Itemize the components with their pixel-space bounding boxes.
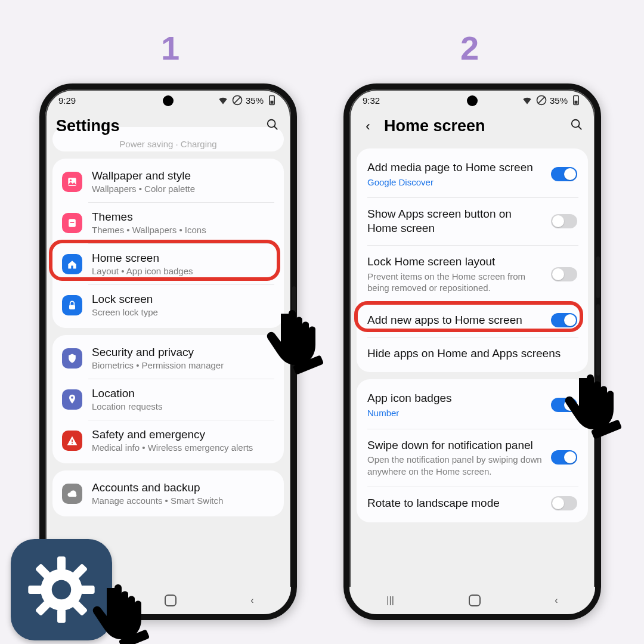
search-button[interactable] [569,118,584,135]
nav-home[interactable] [165,595,177,606]
row-subtitle: Themes • Wallpapers • Icons [92,225,206,235]
settings-row-wallpaper[interactable]: Wallpaper and styleWallpapers • Color pa… [52,161,284,202]
nav-back[interactable]: ‹ [250,595,253,606]
row-icon [62,389,82,410]
settings-row-pin[interactable]: LocationLocation requests [52,379,284,420]
settings-row-cloud[interactable]: Accounts and backupManage accounts • Sma… [52,473,284,514]
settings-row-themes[interactable]: ThemesThemes • Wallpapers • Icons [52,202,284,243]
step-number-2: 2 [460,29,479,67]
toggle[interactable] [551,214,577,228]
svg-line-5 [274,126,278,129]
row-title: Rotate to landscape mode [367,496,543,510]
svg-rect-9 [70,222,75,223]
row-icon [62,254,82,274]
search-icon [266,118,279,131]
no-data-icon [535,94,547,106]
settings-app-icon[interactable] [11,539,112,640]
nav-recents[interactable]: ||| [386,595,394,606]
row-title: Swipe down for notification panel [367,438,543,453]
toggle[interactable] [551,398,577,412]
toggle[interactable] [551,450,577,465]
home-screen-header: ‹ Home screen [349,109,595,141]
home-row[interactable]: Rotate to landscape mode [357,487,588,520]
settings-row-lock[interactable]: Lock screenScreen lock type [52,284,284,326]
row-subtitle: Number [367,407,543,419]
svg-rect-23 [28,586,42,594]
status-time: 9:32 [363,95,380,106]
nav-bar: ||| ‹ [349,587,595,614]
toggle[interactable] [551,496,577,510]
row-title: Lock Home screen layout [367,255,543,269]
row-text: ThemesThemes • Wallpapers • Icons [92,210,206,235]
home-card: Add media page to Home screenGoogle Disc… [357,148,588,372]
nav-back[interactable]: ‹ [555,595,558,606]
svg-line-1 [234,97,241,104]
nav-home[interactable] [469,595,481,606]
svg-point-7 [70,179,72,181]
row-title: Hide apps on Home and Apps screens [367,346,577,361]
row-title: Add new apps to Home screen [367,313,543,327]
battery-text: 35% [246,95,264,106]
home-row[interactable]: Add new apps to Home screen [357,304,588,337]
side-button [596,256,600,298]
pin-icon [66,394,78,405]
back-button[interactable]: ‹ [360,119,376,134]
lock-icon [66,299,78,311]
row-subtitle: Biometrics • Permission manager [92,360,224,370]
row-title: Show Apps screen button on Home screen [367,207,543,236]
svg-rect-21 [57,556,66,570]
row-text: Swipe down for notification panelOpen th… [367,438,543,478]
cloud-icon [66,488,78,500]
settings-card: Security and privacyBiometrics • Permiss… [52,335,284,463]
phone-frame-2: 9:32 35% ‹ Home screen Add media page to… [343,83,601,620]
partial-text: Power saving · Charging [52,139,284,149]
row-subtitle: Open the notification panel by swiping d… [367,454,543,477]
row-title: Home screen [92,252,193,265]
home-row[interactable]: Hide apps on Home and Apps screens [357,337,588,370]
toggle[interactable] [551,267,577,281]
toggle[interactable] [551,167,577,181]
row-text: Lock screenScreen lock type [92,293,158,317]
home-row[interactable]: App icon badgesNumber [357,382,588,428]
settings-row-home[interactable]: Home screenLayout • App icon badges [52,243,284,284]
front-camera [467,95,478,106]
row-title: Wallpaper and style [92,169,195,182]
wifi-icon [217,94,229,106]
settings-card: Accounts and backupManage accounts • Sma… [52,470,284,516]
row-subtitle: Google Discover [367,177,543,188]
row-text: Security and privacyBiometrics • Permiss… [92,346,224,370]
settings-row-alert[interactable]: Safety and emergencyMedical info • Wirel… [52,420,284,461]
svg-line-19 [578,126,582,129]
home-card: App icon badgesNumberSwipe down for noti… [357,379,588,522]
row-text: Home screenLayout • App icon badges [92,252,193,276]
row-icon [62,484,82,504]
home-row[interactable]: Swipe down for notification panelOpen th… [357,429,588,487]
battery-icon [570,94,582,106]
gear-icon [27,555,96,624]
home-row[interactable]: Show Apps screen button on Home screen [357,197,588,245]
svg-rect-13 [72,443,73,444]
svg-rect-24 [80,586,94,594]
row-text: Safety and emergencyMedical info • Wirel… [92,428,253,453]
home-row[interactable]: Add media page to Home screenGoogle Disc… [357,151,588,197]
side-button [292,286,296,352]
toggle[interactable] [551,313,577,327]
row-title: Add media page to Home screen [367,160,543,175]
svg-point-11 [71,396,73,398]
row-text: Show Apps screen button on Home screen [367,207,543,236]
row-text: Lock Home screen layoutPrevent items on … [367,255,543,294]
home-icon [66,258,78,270]
row-subtitle: Location requests [92,401,162,411]
battery-text: 35% [550,95,568,106]
settings-list[interactable]: Power saving · Charging Wallpaper and st… [45,127,291,516]
row-icon [62,172,82,192]
home-row[interactable]: Lock Home screen layoutPrevent items on … [357,245,588,304]
no-data-icon [231,94,243,106]
home-screen-list[interactable]: Add media page to Home screenGoogle Disc… [349,148,595,522]
row-text: Add media page to Home screenGoogle Disc… [367,160,543,188]
settings-row-shield[interactable]: Security and privacyBiometrics • Permiss… [52,338,284,379]
row-subtitle: Manage accounts • Smart Switch [92,496,223,506]
svg-rect-17 [575,101,578,104]
search-button[interactable] [265,118,280,135]
row-title: Location [92,387,162,400]
